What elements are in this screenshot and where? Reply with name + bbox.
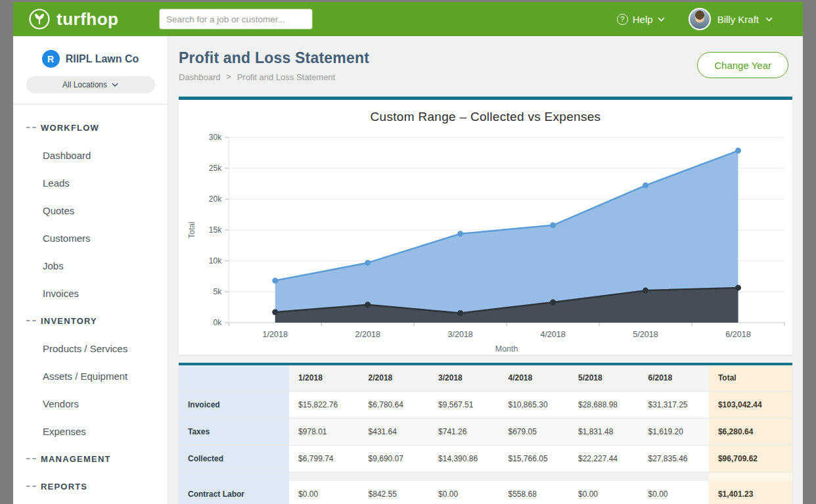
table-cell: $1,619.20 [639,418,708,445]
tree-dash-icon [26,320,36,321]
locations-label: All Locations [62,80,107,89]
nav-section-inventory[interactable]: INVENTORY [13,307,168,334]
chart-card: Custom Range – Collected vs Expenses 0k5… [179,97,792,355]
table-row-taxes: Taxes $978.01 $431.64 $741.26 $679.05 $1… [179,418,792,445]
table-cell: $0.00 [639,481,708,504]
table-cell: $22,227.44 [569,445,639,472]
svg-text:4/2018: 4/2018 [540,330,565,339]
svg-text:5/2018: 5/2018 [633,330,658,339]
svg-text:2/2018: 2/2018 [355,330,380,339]
svg-text:15k: 15k [209,225,222,235]
turfhop-logo-icon [28,7,51,31]
table-cell: $10,865.30 [499,391,569,418]
table-cell: $9,567.51 [429,391,499,418]
gap-cell [359,472,429,481]
help-icon: ? [617,14,628,25]
turfhop-logo[interactable]: turfhop [13,7,159,31]
nav-section-label: MANAGEMENT [41,454,111,464]
chevron-down-icon [112,83,118,87]
table-cell: $0.00 [429,481,499,504]
nav-section-super-admin[interactable]: SUPER ADMIN [13,500,168,504]
row-total: $6,280.64 [709,418,792,445]
svg-text:3/2018: 3/2018 [447,330,472,339]
svg-text:6/2018: 6/2018 [725,330,750,339]
breadcrumb-dashboard-link[interactable]: Dashboard [179,72,221,82]
table-cell: $6,780.64 [359,391,429,418]
gap-cell [639,472,708,481]
sidebar-nav: WORKFLOW Dashboard Leads Quotes Customer… [13,104,168,504]
breadcrumb-current: Profit and Loss Statement [237,72,336,82]
change-year-button[interactable]: Change Year [697,52,788,78]
pl-chart: 0k5k10k15k20k25k30k1/20182/20183/20184/2… [179,128,792,355]
row-total: $96,709.62 [709,445,792,472]
sidebar-item-dashboard[interactable]: Dashboard [13,141,168,169]
gap-cell [289,472,359,481]
nav-section-workflow[interactable]: WORKFLOW [13,114,168,141]
svg-text:20k: 20k [209,195,222,204]
table-row-invoiced: Invoiced $15,822.76 $6,780.64 $9,567.51 … [179,391,792,418]
table-cell: $9,690.07 [359,445,429,472]
row-label: Invoiced [179,391,289,418]
table-cell: $741.26 [429,418,499,445]
sidebar: R RIIPL Lawn Co All Locations WORKFLOW D… [13,36,168,504]
sidebar-item-leads[interactable]: Leads [13,169,168,196]
nav-section-label: WORKFLOW [41,123,99,133]
table-header-cell: 1/2018 [289,364,359,391]
table-header-cell: 5/2018 [569,364,639,391]
sidebar-header: R RIIPL Lawn Co All Locations [13,36,168,104]
table-header-cell: 3/2018 [429,364,499,391]
help-menu[interactable]: ? Help [617,14,665,25]
tree-dash-icon [26,486,36,487]
nav-section-management[interactable]: MANAGEMENT [13,445,168,472]
table-header-cell [179,364,289,391]
table-cell: $0.00 [289,481,359,504]
table-cell: $0.00 [569,481,639,504]
table-header-cell: Total [709,364,792,391]
gap-cell [709,472,792,481]
svg-text:Month: Month [495,344,518,354]
sidebar-item-quotes[interactable]: Quotes [13,196,168,224]
user-menu[interactable]: Billy Kraft [689,8,803,30]
table-cell: $27,835.46 [639,445,708,472]
table-header-cell: 4/2018 [499,364,569,391]
global-search-input[interactable] [159,9,313,30]
svg-text:0k: 0k [214,318,223,327]
gap-cell [179,472,289,481]
table-cell: $31,317.25 [639,391,708,418]
svg-text:1/2018: 1/2018 [263,330,288,339]
row-label: Collected [179,445,289,472]
app-window: turfhop ? Help Billy Kraft R RIIPL Lawn … [13,2,803,504]
table-header-cell: 6/2018 [639,364,708,391]
table-cell: $842.55 [359,481,429,504]
sidebar-item-products-services[interactable]: Products / Services [13,334,168,362]
topbar: turfhop ? Help Billy Kraft [13,2,803,36]
chevron-down-icon [658,17,665,22]
gap-cell [569,472,639,481]
sidebar-item-jobs[interactable]: Jobs [13,252,168,279]
table-section-gap [179,472,792,481]
nav-section-reports[interactable]: REPORTS [13,472,168,500]
help-label: Help [633,14,653,25]
table-cell: $14,390.86 [429,445,499,472]
table-cell: $431.64 [359,418,429,445]
nav-section-label: REPORTS [41,482,87,492]
nav-section-label: INVENTORY [41,316,97,326]
table-header-cell: 2/2018 [359,364,429,391]
svg-text:Total: Total [187,221,196,238]
chevron-down-icon [765,17,773,22]
svg-text:25k: 25k [209,164,222,173]
gap-cell [429,472,499,481]
row-total: $1,401.23 [709,481,792,504]
table-cell: $28,688.98 [569,391,639,418]
sidebar-item-customers[interactable]: Customers [13,224,168,252]
gap-cell [499,472,569,481]
sidebar-item-assets-equipment[interactable]: Assets / Equipment [13,362,168,390]
sidebar-item-expenses[interactable]: Expenses [13,417,168,445]
sidebar-item-vendors[interactable]: Vendors [13,390,168,417]
locations-dropdown[interactable]: All Locations [26,76,155,93]
table-cell: $15,766.05 [499,445,569,472]
table-row-contract-labor: Contract Labor $0.00 $842.55 $0.00 $558.… [179,481,792,504]
sidebar-item-invoices[interactable]: Invoices [13,279,168,307]
table-row-collected: Collected $6,799.74 $9,690.07 $14,390.86… [179,445,792,472]
table-cell: $978.01 [289,418,359,445]
